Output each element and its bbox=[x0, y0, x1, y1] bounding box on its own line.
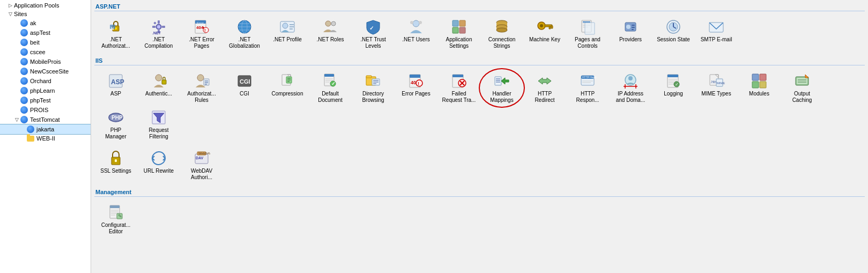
svg-rect-89 bbox=[366, 76, 372, 78]
net-authorization-item[interactable]: .N .NETAuthorizat... bbox=[94, 16, 137, 52]
connection-strings-label: ConnectionStrings bbox=[488, 36, 516, 49]
gear-cog-icon: .NET bbox=[150, 18, 167, 35]
cgi-item[interactable]: CGI CGI bbox=[223, 70, 266, 106]
users-icon bbox=[407, 18, 425, 35]
output-cache-icon bbox=[793, 72, 811, 90]
svg-rect-56 bbox=[632, 25, 635, 26]
sidebar-item-prois[interactable]: ▷ PROIS bbox=[0, 105, 91, 115]
app-settings-label: ApplicationSettings bbox=[446, 36, 472, 49]
http-response-item[interactable]: HTTP Headers HTTPRespon... bbox=[566, 70, 609, 106]
main-content: ASP.NET .N .NETAuthorizat... bbox=[91, 0, 868, 273]
net-trust-label: .NET TrustLevels bbox=[360, 36, 386, 49]
svg-text:MIME: MIME bbox=[717, 82, 725, 85]
authorization-rules-item[interactable]: Authorizat...Rules bbox=[180, 70, 223, 106]
http-redirect-label: HTTPRedirect bbox=[535, 91, 554, 104]
connection-strings-item[interactable]: ConnectionStrings bbox=[480, 16, 523, 52]
providers-label: Providers bbox=[619, 36, 642, 43]
svg-rect-47 bbox=[551, 26, 553, 28]
sidebar-item-ak[interactable]: ▷ ak bbox=[0, 18, 91, 28]
request-filtering-label: RequestFiltering bbox=[149, 127, 168, 140]
ip-address-item[interactable]: IP Addressand Doma... bbox=[609, 70, 652, 106]
net-roles-item[interactable]: .NET Roles bbox=[309, 16, 352, 52]
smtp-email-item[interactable]: SMTP E-mail bbox=[695, 16, 738, 52]
error-pages-label: Error Pages bbox=[402, 91, 430, 97]
sidebar-item-orchard[interactable]: ▷ Orchard bbox=[0, 76, 91, 86]
net-profile-label: .NET Profile bbox=[273, 36, 302, 43]
svg-rect-131 bbox=[752, 74, 759, 80]
sidebar-item-web-ii[interactable]: ▷ WEB-II bbox=[0, 134, 91, 143]
ip-address-icon bbox=[622, 72, 639, 90]
machine-key-item[interactable]: Machine Key bbox=[523, 16, 566, 52]
output-caching-item[interactable]: OutputCaching bbox=[781, 70, 824, 106]
sidebar-item-asptest[interactable]: ▷ aspTest bbox=[0, 28, 91, 38]
asp-item[interactable]: ASP ASP bbox=[94, 70, 137, 106]
directory-browsing-label: DirectoryBrowsing bbox=[362, 91, 384, 104]
svg-text:Error: Error bbox=[197, 21, 204, 25]
app-settings-item[interactable]: ApplicationSettings bbox=[437, 16, 480, 52]
default-document-item[interactable]: ✓ DefaultDocument bbox=[309, 70, 352, 106]
mime-icon: .htm MIME bbox=[708, 72, 725, 90]
iis-icon-grid-2: SSL Settings URL Rewrite bbox=[94, 145, 865, 186]
net-users-item[interactable]: .NET Users bbox=[395, 16, 437, 52]
php-manager-label: PHPManager bbox=[105, 127, 126, 140]
email-icon bbox=[708, 18, 725, 35]
url-rewrite-item[interactable]: URL Rewrite bbox=[137, 147, 180, 183]
sidebar-item-newcsceeste[interactable]: ▷ NewCsceeSite bbox=[0, 67, 91, 76]
providers-item[interactable]: Providers bbox=[609, 16, 652, 52]
authentication-item[interactable]: Authentic... bbox=[137, 70, 180, 106]
net-profile-item[interactable]: .NET Profile bbox=[266, 16, 309, 52]
ssl-settings-item[interactable]: SSL Settings bbox=[94, 147, 137, 183]
sidebar-item-jakarta[interactable]: ▷ jakarta bbox=[0, 124, 91, 134]
http-redirect-item[interactable]: HTTPRedirect bbox=[523, 70, 566, 106]
sidebar-item-app-pools[interactable]: ▷ Application Pools bbox=[0, 1, 91, 10]
php-manager-item[interactable]: PHP PHPManager bbox=[94, 106, 137, 143]
svg-point-97 bbox=[416, 80, 422, 86]
mime-types-item[interactable]: .htm MIME MIME Types bbox=[695, 70, 738, 106]
net-globalization-item[interactable]: .NETGlobalization bbox=[223, 16, 266, 52]
auth-rules-icon bbox=[193, 72, 210, 90]
sidebar-item-mobileprois[interactable]: ▷ MobileProis bbox=[0, 57, 91, 67]
config-editor-item[interactable]: ✎ Configurat...Editor bbox=[94, 201, 137, 238]
sidebar-item-label: aspTest bbox=[30, 29, 50, 36]
sidebar-item-label: phpLearn bbox=[30, 87, 55, 94]
session-state-item[interactable]: Session State bbox=[652, 16, 695, 52]
svg-rect-9 bbox=[162, 26, 165, 28]
request-filtering-item[interactable]: RequestFiltering bbox=[137, 106, 180, 143]
svg-rect-119 bbox=[667, 75, 678, 77]
svg-rect-10 bbox=[153, 21, 157, 25]
compression-item[interactable]: Compression bbox=[266, 70, 309, 106]
svg-point-32 bbox=[419, 21, 422, 24]
http-response-label: HTTPRespon... bbox=[576, 91, 599, 104]
aspnet-section-header: ASP.NET bbox=[94, 3, 865, 11]
sidebar-item-phptest[interactable]: ▷ phpTest bbox=[0, 95, 91, 105]
smtp-email-label: SMTP E-mail bbox=[701, 36, 732, 43]
authentication-label: Authentic... bbox=[145, 91, 172, 97]
svg-rect-35 bbox=[459, 20, 465, 26]
net-trust-item[interactable]: ✓ .NET TrustLevels bbox=[352, 16, 395, 52]
sidebar-item-label: cscee bbox=[30, 49, 46, 55]
handler-mappings-item[interactable]: HandlerMappings bbox=[480, 70, 523, 106]
svg-rect-46 bbox=[549, 27, 551, 29]
sidebar-item-label: NewCsceeSite bbox=[30, 68, 69, 75]
modules-item[interactable]: Modules bbox=[738, 70, 781, 106]
sidebar-item-sites[interactable]: ▽ Sites bbox=[0, 10, 91, 18]
svg-text:CGI: CGI bbox=[240, 78, 250, 85]
failed-request-label: FailedRequest Tra... bbox=[442, 91, 476, 104]
net-compilation-item[interactable]: .NET .NETCompilation bbox=[137, 16, 180, 52]
pages-controls-item[interactable]: Pages andControls bbox=[566, 16, 609, 52]
svg-text:PHP: PHP bbox=[112, 115, 123, 121]
webdav-item[interactable]: DAV WebDAV WebDAVAuthori... bbox=[180, 147, 223, 183]
net-error-pages-item[interactable]: Error 404 ! .NET ErrorPages bbox=[180, 16, 223, 52]
http-redirect-icon bbox=[536, 72, 553, 90]
directory-browsing-item[interactable]: DirectoryBrowsing bbox=[352, 70, 395, 106]
sidebar-item-testtomcat[interactable]: ▽ TestTomcat bbox=[0, 115, 91, 124]
error-pages-item[interactable]: 404 ! Error Pages bbox=[395, 70, 437, 106]
net-authorization-label: .NETAuthorizat... bbox=[101, 36, 130, 49]
logging-item[interactable]: ✓ Logging bbox=[652, 70, 695, 106]
sidebar-item-phplearn[interactable]: ▷ phpLearn bbox=[0, 86, 91, 95]
sidebar-item-beit[interactable]: ▷ beit bbox=[0, 38, 91, 47]
failed-request-item[interactable]: FailedRequest Tra... bbox=[437, 70, 480, 106]
sidebar-item-label: jakarta bbox=[36, 126, 54, 132]
handler-icon bbox=[493, 72, 510, 90]
sidebar-item-cscee[interactable]: ▷ cscee bbox=[0, 47, 91, 57]
